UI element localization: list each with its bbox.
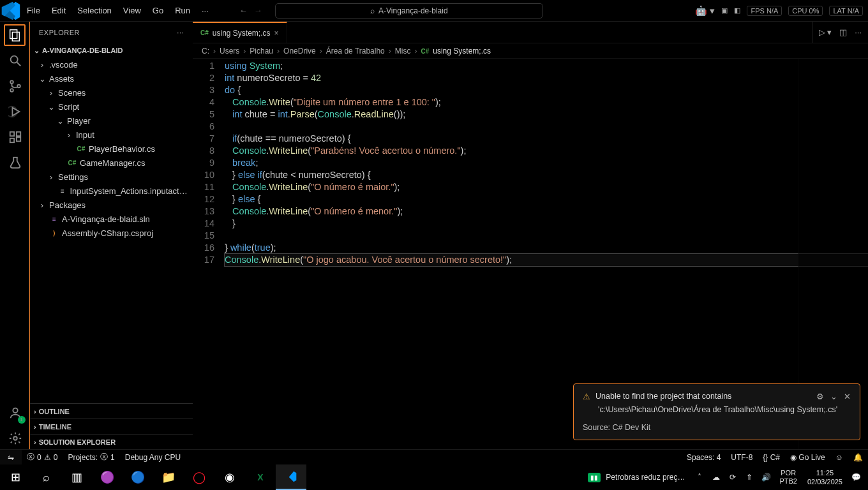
tab-active[interactable]: C# using System;.cs × <box>193 22 287 43</box>
menu-selection[interactable]: Selection <box>72 3 116 18</box>
tray-sync-icon[interactable]: ⟳ <box>724 473 741 482</box>
file-tree: ›.vscode⌄Assets›Scenes⌄Script⌄Player›Inp… <box>30 57 193 403</box>
notification-chevron-icon[interactable]: ⌄ <box>830 392 837 401</box>
breadcrumb-segment[interactable]: OneDrive <box>283 47 316 56</box>
activity-run-debug-icon[interactable] <box>4 101 26 122</box>
activity-extensions-icon[interactable] <box>4 126 26 148</box>
tray-chevron-up-icon[interactable]: ˄ <box>691 473 708 482</box>
explorer-sidebar: EXPLORER ··· ⌄A-VINGANÇA-DE-BLAID ›.vsco… <box>29 22 193 449</box>
breadcrumb-segment[interactable]: Misc <box>395 47 411 56</box>
menu-···[interactable]: ··· <box>197 3 214 18</box>
tree-item[interactable]: ·≡InputSystem_Actions.inputactions <box>30 184 193 198</box>
breadcrumb-segment[interactable]: Área de Trabalho <box>326 47 385 56</box>
menu-edit[interactable]: Edit <box>47 3 71 18</box>
menu-go[interactable]: Go <box>147 3 168 18</box>
tray-language[interactable]: PORPTB2 <box>774 469 802 486</box>
remote-indicator-icon[interactable]: ⇋ <box>0 450 22 464</box>
taskbar-steam-icon[interactable]: ◉ <box>214 464 245 490</box>
tray-onedrive-icon[interactable]: ☁ <box>708 473 724 482</box>
breadcrumb-segment[interactable]: C: <box>202 47 209 56</box>
breadcrumb-segment[interactable]: Pichau <box>250 47 273 56</box>
svg-rect-11 <box>10 138 13 142</box>
taskbar-search-icon[interactable]: ⌕ <box>31 464 61 490</box>
layout-editor-icon[interactable]: ▣ <box>721 6 728 15</box>
taskbar-news-widget[interactable]: ▮▮ Petrobras reduz preç… <box>581 473 691 482</box>
tree-item[interactable]: ›Input <box>30 128 193 142</box>
status-notifications-icon[interactable]: 🔔 <box>848 453 868 462</box>
copilot-icon[interactable]: 🤖 ▾ <box>695 5 715 17</box>
explorer-more-icon[interactable]: ··· <box>177 29 184 36</box>
taskbar-vscode-icon[interactable] <box>276 464 306 490</box>
status-projects[interactable]: Projects: ⓧ 1 <box>63 452 119 463</box>
svg-point-5 <box>10 89 13 92</box>
taskbar-file-explorer-icon[interactable]: 📁 <box>153 464 184 490</box>
notification-close-icon[interactable]: ✕ <box>844 392 851 401</box>
taskbar-excel-icon[interactable]: X <box>245 464 276 490</box>
activity-accounts-icon[interactable]: 1 <box>4 402 26 424</box>
sidebar-panel[interactable]: › OUTLINE <box>30 403 193 419</box>
status-debug-target[interactable]: Debug Any CPU <box>120 453 186 462</box>
menu-run[interactable]: Run <box>170 3 195 18</box>
status-spaces[interactable]: Spaces: 4 <box>682 453 726 462</box>
split-editor-icon[interactable]: ◫ <box>839 27 847 37</box>
tree-item[interactable]: ›Scenes <box>30 85 193 100</box>
breadcrumb-segment[interactable]: using System;.cs <box>433 47 491 56</box>
status-feedback-icon[interactable]: ☺ <box>830 453 848 462</box>
tree-item[interactable]: ›Packages <box>30 198 193 212</box>
status-encoding[interactable]: UTF-8 <box>726 453 758 462</box>
tree-item[interactable]: ·C#PlayerBehavior.cs <box>30 142 193 156</box>
tree-item[interactable]: ›Settings <box>30 170 193 184</box>
tray-sound-icon[interactable]: 🔊 <box>758 473 774 482</box>
editor-more-icon[interactable]: ··· <box>855 27 862 37</box>
activity-source-control-icon[interactable] <box>4 75 26 97</box>
taskbar-opera-icon[interactable]: ◯ <box>184 464 214 490</box>
taskbar-copilot-icon[interactable]: 🟣 <box>92 464 123 490</box>
status-go-live[interactable]: ◉ Go Live <box>785 453 830 462</box>
lat-metric: LAT N/A <box>829 6 863 16</box>
sidebar-root-folder[interactable]: ⌄A-VINGANÇA-DE-BLAID <box>30 43 193 57</box>
tree-item[interactable]: ⌄Script <box>30 100 193 114</box>
menu-file[interactable]: File <box>22 3 45 18</box>
activity-settings-gear-icon[interactable] <box>4 427 26 449</box>
notification-body: 'c:\Users\Pichau\OneDrive\Área de Trabal… <box>598 405 851 414</box>
tree-item[interactable]: ·C#GameManager.cs <box>30 156 193 170</box>
menu-view[interactable]: View <box>118 3 146 18</box>
tree-item[interactable]: ·⟩Assembly-CSharp.csproj <box>30 226 193 240</box>
tab-close-icon[interactable]: × <box>274 29 279 38</box>
tree-item[interactable]: ›.vscode <box>30 57 193 71</box>
svg-point-15 <box>13 436 17 440</box>
tree-item[interactable]: ·≡A-Vingança-de-blaid.sln <box>30 212 193 226</box>
svg-rect-1 <box>12 32 19 41</box>
command-center[interactable]: ⌕ A-Vingança-de-blaid <box>275 3 543 19</box>
tray-clock[interactable]: 11:2502/03/2025 <box>802 468 848 486</box>
status-problems[interactable]: ⓧ 0 ⚠ 0 <box>22 452 63 463</box>
explorer-title: EXPLORER <box>39 29 80 36</box>
notification-gear-icon[interactable]: ⚙ <box>816 392 824 401</box>
svg-point-14 <box>13 408 17 413</box>
nav-forward-icon[interactable]: → <box>254 6 262 15</box>
layout-panel-icon[interactable]: ◧ <box>734 6 740 15</box>
taskbar-start-icon[interactable]: ⊞ <box>0 464 31 490</box>
breadcrumbs[interactable]: C:›Users›Pichau›OneDrive›Área de Trabalh… <box>193 43 868 59</box>
news-badge-icon: ▮▮ <box>588 473 601 482</box>
nav-back-icon[interactable]: ← <box>239 6 248 15</box>
svg-rect-10 <box>16 132 20 136</box>
tree-item[interactable]: ⌄Assets <box>30 71 193 85</box>
run-play-icon[interactable]: ▷ ▾ <box>819 27 832 37</box>
taskbar-taskview-icon[interactable]: ▥ <box>61 464 92 490</box>
sidebar-panel[interactable]: › SOLUTION EXPLORER <box>30 434 193 449</box>
tray-wifi-icon[interactable]: ⇑ <box>741 473 758 482</box>
editor-group: C# using System;.cs × ▷ ▾ ◫ ··· C:›Users… <box>193 22 868 449</box>
tray-notifications-icon[interactable]: 💬 <box>848 473 864 482</box>
search-icon: ⌕ <box>370 6 375 15</box>
csharp-file-icon: C# <box>200 29 209 36</box>
tree-item[interactable]: ⌄Player <box>30 114 193 128</box>
activity-explorer-icon[interactable] <box>4 24 26 46</box>
line-gutter: 1234567891011121314151617 <box>193 59 225 449</box>
taskbar-edge-icon[interactable]: 🔵 <box>123 464 153 490</box>
breadcrumb-segment[interactable]: Users <box>220 47 239 56</box>
status-language[interactable]: {} C# <box>758 453 785 462</box>
sidebar-panel[interactable]: › TIMELINE <box>30 419 193 434</box>
activity-testing-icon[interactable] <box>4 152 26 174</box>
activity-search-icon[interactable] <box>4 50 26 71</box>
